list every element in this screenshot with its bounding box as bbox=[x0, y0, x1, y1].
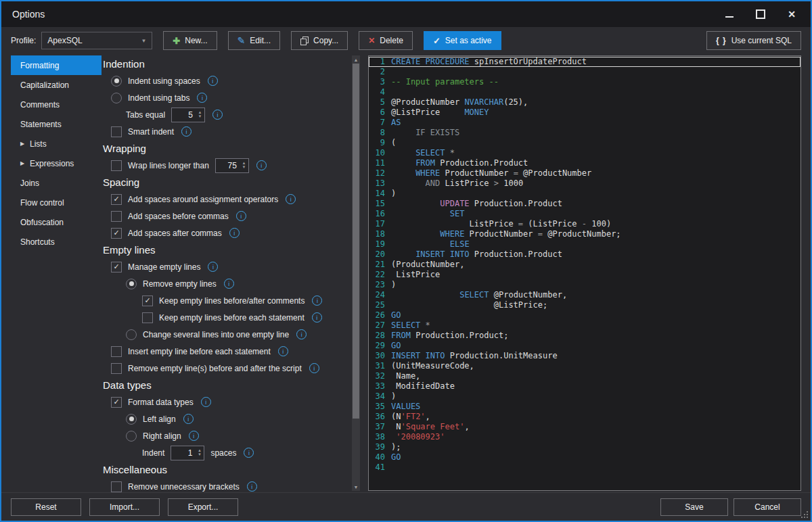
option-indent-using-tabs: Indent using tabsi bbox=[102, 89, 352, 106]
info-icon-remove-empty-line-s-before-and-after-the-script[interactable]: i bbox=[309, 363, 319, 373]
options-scrollbar[interactable]: ▲ ▼ bbox=[352, 55, 360, 491]
checkbox-smart-indent[interactable] bbox=[111, 126, 122, 137]
code-text: VALUES bbox=[391, 402, 800, 412]
checkbox-remove-empty-line-s-before-and-after-the-script[interactable] bbox=[111, 363, 122, 374]
info-icon-manage-empty-lines[interactable]: i bbox=[208, 262, 218, 272]
line-number: 17 bbox=[369, 219, 391, 229]
info-icon-smart-indent[interactable]: i bbox=[181, 126, 191, 137]
code-line-37: 37 N'Square Feet', bbox=[369, 422, 800, 432]
code-text: AS bbox=[391, 118, 800, 128]
line-number: 26 bbox=[369, 310, 391, 321]
spinner-down-icon[interactable]: ▼ bbox=[198, 115, 202, 118]
checkbox-add-spaces-around-assignment-operators[interactable]: ✓ bbox=[111, 194, 122, 205]
info-icon-tabs-equal[interactable]: i bbox=[212, 110, 223, 120]
save-button[interactable]: Save bbox=[660, 498, 728, 516]
info-icon-remove-unnecessary-brackets[interactable]: i bbox=[247, 481, 257, 492]
spinner-wrap-lines-longer-than[interactable]: 75▲▼ bbox=[215, 158, 249, 173]
delete-profile-button[interactable]: ✕ Delete bbox=[359, 31, 413, 50]
checkbox-remove-unnecessary-brackets[interactable] bbox=[111, 481, 122, 492]
sidebar-item-flow-control[interactable]: Flow control bbox=[11, 193, 102, 212]
option-remove-empty-lines: Remove empty linesi bbox=[102, 275, 352, 292]
sidebar-item-joins[interactable]: Joins bbox=[11, 173, 102, 193]
copy-profile-button[interactable]: Copy... bbox=[291, 31, 348, 50]
import-button[interactable]: Import... bbox=[89, 498, 160, 516]
code-line-27: 27SELECT * bbox=[369, 321, 800, 331]
spinner-indent[interactable]: 1▲▼ bbox=[171, 446, 204, 460]
code-line-20: 20 INSERT INTO Production.Product bbox=[369, 250, 800, 260]
spinner-tabs-equal[interactable]: 5▲▼ bbox=[171, 108, 205, 122]
scrollbar-track[interactable] bbox=[352, 64, 360, 483]
sidebar-item-expressions[interactable]: ▶Expressions bbox=[11, 153, 102, 173]
export-button[interactable]: Export... bbox=[168, 498, 238, 516]
sidebar-item-label: Expressions bbox=[30, 159, 74, 168]
info-icon-add-spaces-after-commas[interactable]: i bbox=[229, 228, 240, 238]
option-label: Indent using tabs bbox=[128, 93, 189, 103]
option-format-data-types: ✓Format data typesi bbox=[102, 394, 352, 410]
sidebar-item-shortcuts[interactable]: Shortcuts bbox=[11, 232, 102, 252]
checkbox-keep-empty-lines-before-after-comments[interactable]: ✓ bbox=[142, 295, 153, 306]
info-icon-add-spaces-before-commas[interactable]: i bbox=[236, 211, 246, 221]
edit-profile-button[interactable]: ✎ Edit... bbox=[228, 31, 280, 50]
reset-button[interactable]: Reset bbox=[11, 498, 81, 516]
radio-right-align[interactable] bbox=[126, 431, 137, 442]
checkbox-add-spaces-after-commas[interactable]: ✓ bbox=[111, 228, 122, 239]
sidebar-item-comments[interactable]: Comments bbox=[11, 95, 102, 114]
new-profile-button[interactable]: ✚ New... bbox=[163, 31, 217, 50]
info-icon-indent-using-spaces[interactable]: i bbox=[208, 76, 218, 86]
info-icon-left-align[interactable]: i bbox=[183, 414, 194, 424]
checkbox-keep-empty-lines-before-each-statement[interactable] bbox=[142, 312, 153, 323]
code-text: ListPrice bbox=[391, 270, 800, 280]
cancel-button[interactable]: Cancel bbox=[734, 498, 801, 516]
info-icon-add-spaces-around-assignment-operators[interactable]: i bbox=[286, 194, 296, 204]
radio-left-align[interactable] bbox=[126, 414, 137, 425]
sidebar-item-lists[interactable]: ▶Lists bbox=[11, 134, 102, 153]
line-number: 25 bbox=[369, 300, 391, 310]
spinner-down-icon[interactable]: ▼ bbox=[242, 166, 246, 169]
sidebar-item-capitalization[interactable]: Capitalization bbox=[11, 75, 102, 95]
info-icon-wrap-lines-longer-than[interactable]: i bbox=[256, 160, 267, 170]
spinner-value: 75 bbox=[216, 161, 240, 170]
info-icon-keep-empty-lines-before-after-comments[interactable]: i bbox=[312, 295, 322, 306]
sql-preview-editor[interactable]: 1CREATE PROCEDURE spInsertOrUpdateProduc… bbox=[368, 55, 801, 491]
option-change-several-lines-into-one-empty-line: Change several lines into one empty line… bbox=[102, 326, 352, 343]
maximize-button[interactable] bbox=[755, 9, 766, 20]
sidebar-item-formatting[interactable]: Formatting bbox=[11, 55, 102, 75]
copy-icon bbox=[300, 37, 309, 45]
info-icon-keep-empty-lines-before-each-statement[interactable]: i bbox=[312, 312, 322, 323]
info-icon-change-several-lines-into-one-empty-line[interactable]: i bbox=[296, 329, 307, 339]
radio-change-several-lines-into-one-empty-line[interactable] bbox=[126, 329, 137, 340]
delete-x-icon: ✕ bbox=[368, 36, 375, 45]
set-as-active-button[interactable]: ✓ Set as active bbox=[424, 31, 501, 50]
scrollbar-thumb[interactable] bbox=[353, 64, 359, 419]
checkbox-format-data-types[interactable]: ✓ bbox=[111, 397, 122, 408]
info-icon-format-data-types[interactable]: i bbox=[201, 397, 211, 407]
resize-grip[interactable] bbox=[801, 511, 808, 518]
info-icon-insert-empty-line-before-each-statement[interactable]: i bbox=[278, 346, 288, 356]
spinner-suffix-label: spaces bbox=[210, 448, 236, 458]
info-icon-right-align[interactable]: i bbox=[189, 431, 199, 441]
checkbox-manage-empty-lines[interactable]: ✓ bbox=[111, 262, 122, 272]
radio-indent-using-tabs[interactable] bbox=[111, 93, 122, 103]
use-current-sql-button[interactable]: { } Use current SQL bbox=[706, 31, 801, 50]
sidebar-item-statements[interactable]: Statements bbox=[11, 114, 102, 134]
checkbox-wrap-lines-longer-than[interactable] bbox=[111, 160, 122, 171]
profile-dropdown-value: ApexSQL bbox=[47, 36, 82, 45]
close-button[interactable]: ✕ bbox=[786, 9, 797, 20]
code-line-13: 13 AND ListPrice > 1000 bbox=[369, 179, 800, 189]
radio-dot bbox=[129, 281, 134, 286]
line-number: 29 bbox=[369, 341, 391, 351]
checkbox-insert-empty-line-before-each-statement[interactable] bbox=[111, 346, 122, 357]
info-icon-indent-using-tabs[interactable]: i bbox=[197, 93, 207, 103]
option-keep-empty-lines-before-after-comments: ✓Keep empty lines before/after commentsi bbox=[102, 292, 352, 309]
spinner-down-icon[interactable]: ▼ bbox=[198, 453, 202, 456]
profile-dropdown[interactable]: ApexSQL ▼ bbox=[41, 32, 152, 49]
checkbox-add-spaces-before-commas[interactable] bbox=[111, 211, 122, 222]
scroll-down-icon[interactable]: ▼ bbox=[352, 483, 360, 491]
radio-indent-using-spaces[interactable] bbox=[111, 76, 122, 87]
info-icon-remove-empty-lines[interactable]: i bbox=[224, 279, 234, 289]
scroll-up-icon[interactable]: ▲ bbox=[352, 55, 360, 64]
info-icon-indent[interactable]: i bbox=[244, 448, 254, 458]
minimize-button[interactable] bbox=[724, 9, 735, 20]
sidebar-item-obfuscation[interactable]: Obfuscation bbox=[11, 212, 102, 232]
radio-remove-empty-lines[interactable] bbox=[126, 279, 137, 289]
